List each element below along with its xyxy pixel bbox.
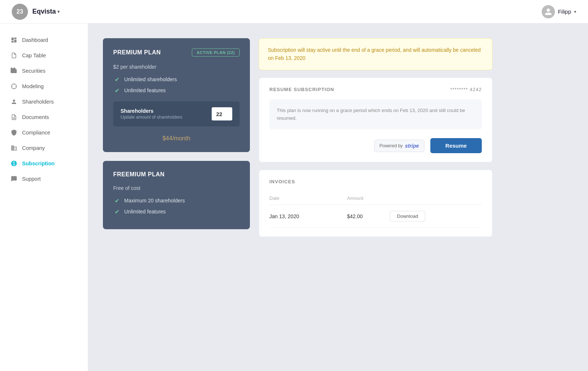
shareholders-sublabel: Update amount of shareholders: [121, 115, 182, 120]
shareholders-input[interactable]: [212, 107, 232, 120]
check-icon-1: ✔: [113, 76, 121, 83]
resume-footer: Powered by stripe Resume: [269, 138, 482, 153]
invoice-action-header: [390, 192, 482, 205]
sidebar-item-cap-table[interactable]: Cap Table: [0, 48, 88, 63]
powered-by-text: Powered by: [380, 143, 403, 148]
plans-column: PREMIUM PLAN ACTIVE PLAN (22) $2 per sha…: [103, 38, 250, 237]
brand-chevron-icon: ▾: [57, 9, 60, 14]
premium-plan-card: PREMIUM PLAN ACTIVE PLAN (22) $2 per sha…: [103, 38, 250, 152]
brand-name[interactable]: Eqvista ▾: [32, 8, 60, 15]
invoice-date: Jan 13, 2020: [269, 205, 347, 228]
invoice-amount: $42.00: [347, 205, 390, 228]
table-row: Jan 13, 2020 $42.00 Download: [269, 205, 482, 228]
sidebar-item-shareholders[interactable]: Shareholders: [0, 94, 88, 109]
premium-plan-title: PREMIUM PLAN: [113, 49, 161, 56]
invoice-date-header: Date: [269, 192, 347, 205]
sidebar-item-support[interactable]: Support: [0, 171, 88, 187]
modeling-icon: [10, 83, 18, 90]
freemium-feature-1: ✔ Maximum 20 shareholders: [113, 197, 240, 204]
sidebar-item-modeling[interactable]: Modeling: [0, 79, 88, 94]
premium-feature-label-2: Unlimited features: [124, 87, 166, 93]
warning-banner: Subscription will stay active until the …: [259, 38, 492, 70]
header: 23 Eqvista ▾ Filipp ▾: [0, 0, 588, 24]
resume-subscription-card: RESUME SUBSCRIPTION ******** 4242 This p…: [259, 78, 492, 163]
invoice-amount-header: Amount: [347, 192, 390, 205]
resume-info-box: This plan is now running on a grace peri…: [269, 100, 482, 130]
user-avatar-icon: [542, 5, 555, 18]
sidebar-item-company[interactable]: Company: [0, 140, 88, 156]
premium-feature-2: ✔ Unlimited features: [113, 87, 240, 94]
premium-plan-price: $2 per shareholder: [113, 64, 240, 70]
freemium-plan-title: FREEMIUM PLAN: [113, 171, 165, 178]
right-panel: Subscription will stay active until the …: [259, 38, 492, 237]
documents-icon: [10, 114, 18, 121]
header-left: 23 Eqvista ▾: [12, 4, 60, 20]
resume-info-text: This plan is now running on a grace peri…: [277, 108, 465, 121]
dashboard-icon: [10, 36, 18, 44]
warning-text: Subscription will stay active until the …: [268, 47, 481, 61]
compliance-label: Compliance: [22, 130, 50, 136]
premium-feature-label-1: Unlimited shareholders: [124, 76, 177, 82]
premium-plan-monthly: $44/month: [113, 135, 240, 142]
freemium-plan-card: FREEMIUM PLAN Free of cost ✔ Maximum 20 …: [103, 161, 250, 229]
main-content: PREMIUM PLAN ACTIVE PLAN (22) $2 per sha…: [88, 24, 588, 371]
sidebar-item-documents[interactable]: Documents: [0, 109, 88, 125]
active-plan-badge: ACTIVE PLAN (22): [192, 48, 240, 57]
freemium-plan-price: Free of cost: [113, 185, 240, 191]
content-grid: PREMIUM PLAN ACTIVE PLAN (22) $2 per sha…: [103, 38, 492, 237]
support-icon: [10, 175, 18, 183]
check-icon-2: ✔: [113, 87, 121, 94]
shareholders-info: Shareholders Update amount of shareholde…: [121, 108, 182, 120]
cap-table-label: Cap Table: [22, 53, 46, 58]
company-label: Company: [22, 145, 45, 151]
documents-label: Documents: [22, 114, 49, 120]
user-chevron-icon: ▾: [574, 9, 576, 14]
shareholders-label: Shareholders: [121, 108, 182, 114]
freemium-plan-header: FREEMIUM PLAN: [113, 171, 240, 178]
header-right[interactable]: Filipp ▾: [542, 5, 576, 18]
card-number: ******** 4242: [450, 87, 482, 92]
stripe-logo: stripe: [405, 143, 419, 149]
dashboard-label: Dashboard: [22, 37, 48, 43]
shareholders-label: Shareholders: [22, 99, 54, 105]
sidebar-item-securities[interactable]: Securities: [0, 63, 88, 79]
resume-button[interactable]: Resume: [430, 138, 482, 153]
resume-card-header: RESUME SUBSCRIPTION ******** 4242: [269, 87, 482, 92]
invoices-table: Date Amount Jan 13, 2020 $42.00 Download: [269, 192, 482, 228]
brand-label: Eqvista: [32, 8, 56, 15]
premium-feature-1: ✔ Unlimited shareholders: [113, 76, 240, 83]
logo-avatar: 23: [12, 4, 28, 20]
shareholders-box: Shareholders Update amount of shareholde…: [113, 101, 240, 126]
resume-subscription-title: RESUME SUBSCRIPTION: [269, 87, 334, 92]
shareholders-icon: [10, 98, 18, 105]
invoices-title: INVOICES: [269, 179, 482, 184]
subscription-label: Subscription: [22, 161, 55, 166]
premium-plan-header: PREMIUM PLAN ACTIVE PLAN (22): [113, 48, 240, 57]
cap-table-icon: [10, 52, 18, 59]
check-icon-4: ✔: [113, 208, 121, 215]
check-icon-3: ✔: [113, 197, 121, 204]
freemium-feature-2: ✔ Unlimited features: [113, 208, 240, 215]
sidebar: Dashboard Cap Table Securities Modeling …: [0, 24, 88, 371]
user-name-label: Filipp: [558, 8, 571, 15]
compliance-icon: [10, 129, 18, 136]
support-label: Support: [22, 176, 41, 182]
subscription-icon: [10, 160, 18, 167]
sidebar-item-compliance[interactable]: Compliance: [0, 125, 88, 140]
company-icon: [10, 144, 18, 152]
stripe-badge: Powered by stripe: [374, 140, 425, 152]
freemium-feature-label-1: Maximum 20 shareholders: [124, 198, 185, 203]
sidebar-item-subscription[interactable]: Subscription: [0, 156, 88, 171]
layout: Dashboard Cap Table Securities Modeling …: [0, 24, 588, 371]
securities-label: Securities: [22, 68, 46, 74]
freemium-feature-label-2: Unlimited features: [124, 209, 166, 215]
download-button[interactable]: Download: [390, 211, 425, 221]
modeling-label: Modeling: [22, 83, 44, 89]
securities-icon: [10, 67, 18, 75]
invoices-card: INVOICES Date Amount Jan 13, 2020: [259, 170, 492, 237]
sidebar-item-dashboard[interactable]: Dashboard: [0, 32, 88, 48]
